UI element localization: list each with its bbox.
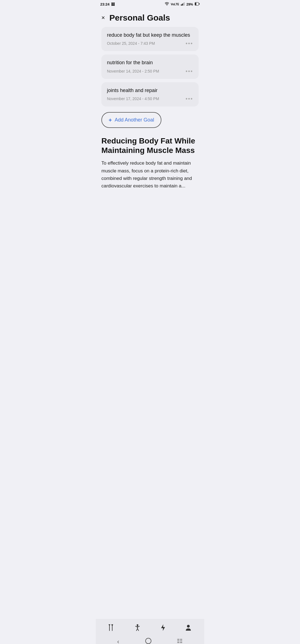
goal-date-1: October 25, 2024 - 7:43 PM (107, 41, 155, 46)
goal-title-1: reduce body fat but keep the muscles (107, 32, 193, 38)
svg-rect-3 (184, 2, 185, 6)
goal-title-3: joints health and repair (107, 87, 193, 94)
goal-footer-3: November 17, 2024 - 4:50 PM ••• (107, 96, 193, 101)
goal-footer-1: October 25, 2024 - 7:43 PM ••• (107, 41, 193, 46)
goal-menu-2[interactable]: ••• (186, 68, 193, 74)
goal-card-2[interactable]: nutrition for the brain November 14, 202… (101, 55, 199, 79)
goal-footer-2: November 14, 2024 - 2:50 PM ••• (107, 68, 193, 74)
add-goal-plus-icon: + (109, 117, 112, 123)
close-button[interactable]: × (101, 15, 105, 21)
content-heading: Reducing Body Fat While Maintaining Musc… (101, 136, 199, 155)
content-body: To effectively reduce body fat and maint… (101, 159, 199, 190)
status-right: VoLTE 29% (165, 2, 200, 6)
signal-icon (181, 2, 185, 6)
goal-title-2: nutrition for the brain (107, 60, 193, 66)
status-bar: 23:24 🖼 VoLTE 29% (96, 0, 204, 8)
svg-rect-0 (181, 4, 182, 6)
battery-icon (195, 2, 200, 6)
svg-rect-5 (199, 3, 200, 5)
page-title: Personal Goals (109, 13, 170, 23)
add-goal-button[interactable]: + Add Another Goal (101, 112, 161, 128)
status-time: 23:24 (100, 2, 109, 6)
goal-date-3: November 17, 2024 - 4:50 PM (107, 96, 159, 101)
svg-rect-1 (182, 4, 183, 6)
goal-menu-3[interactable]: ••• (186, 96, 193, 101)
battery-percentage: 29% (186, 3, 193, 6)
page-header: × Personal Goals (96, 8, 204, 27)
photo-icon: 🖼 (111, 2, 115, 6)
svg-rect-2 (183, 3, 184, 6)
content-section: Reducing Body Fat While Maintaining Musc… (96, 128, 204, 194)
goal-card-3[interactable]: joints health and repair November 17, 20… (101, 82, 199, 106)
lte-icon: VoLTE (171, 3, 179, 6)
wifi-icon (165, 2, 169, 6)
goals-list: reduce body fat but keep the muscles Oct… (96, 27, 204, 106)
goal-card-1[interactable]: reduce body fat but keep the muscles Oct… (101, 27, 199, 51)
goal-menu-1[interactable]: ••• (186, 41, 193, 46)
svg-rect-6 (195, 3, 196, 5)
goal-date-2: November 14, 2024 - 2:50 PM (107, 69, 159, 73)
add-goal-label: Add Another Goal (115, 117, 154, 123)
status-left: 23:24 🖼 (100, 2, 115, 6)
